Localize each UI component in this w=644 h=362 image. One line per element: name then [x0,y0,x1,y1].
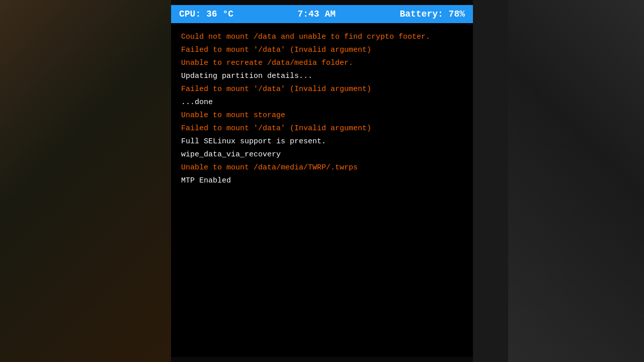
phone-screen: CPU: 36 °C 7:43 AM Battery: 78% Could no… [171,5,473,357]
battery-label: Battery: 78% [399,9,465,19]
background-left [0,0,171,362]
status-bar: CPU: 36 °C 7:43 AM Battery: 78% [171,5,473,23]
time-label: 7:43 AM [297,9,336,19]
cpu-label: CPU: 36 °C [179,9,233,19]
log-line: Could not mount /data and unable to find… [181,31,463,43]
log-line: Updating partition details... [181,70,463,82]
log-line: Unable to recreate /data/media folder. [181,57,463,69]
log-line: Full SELinux support is present. [181,136,463,148]
log-line: MTP Enabled [181,175,463,187]
log-line: Unable to mount /data/media/TWRP/.twrps [181,162,463,174]
log-line: Failed to mount '/data' (Invalid argumen… [181,83,463,96]
log-content: Could not mount /data and unable to find… [171,23,473,357]
log-line: Failed to mount '/data' (Invalid argumen… [181,44,463,56]
log-line: ...done [181,97,463,109]
log-line: Unable to mount storage [181,110,463,122]
log-line: wipe_data_via_recovery [181,149,463,161]
background-right [508,0,644,362]
log-line: Failed to mount '/data' (Invalid argumen… [181,123,463,135]
